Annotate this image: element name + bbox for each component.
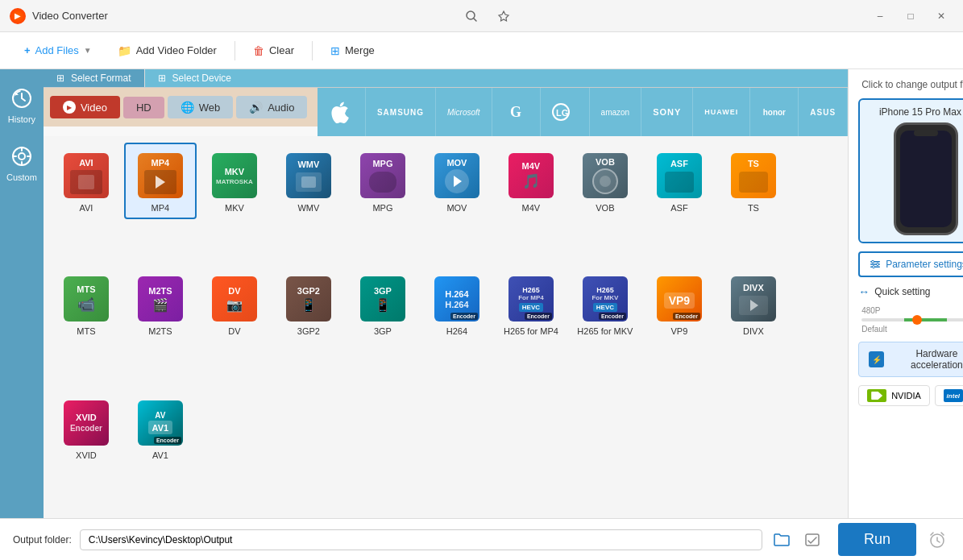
format-grid: AVI AVI MP4 (44, 136, 848, 518)
format-ts[interactable]: TS TS (717, 143, 790, 219)
web-format-button[interactable]: 🌐 Web (168, 96, 234, 118)
h264-label: H264 (446, 326, 467, 336)
output-folder-label: Output folder: (13, 534, 72, 545)
merge-button[interactable]: ⊞ Merge (319, 39, 386, 62)
device-google[interactable]: G (492, 88, 541, 136)
quick-setting-icon: ↔ (858, 285, 870, 298)
quality-slider-container: 480P 1080P Default 720P (858, 306, 963, 334)
device-name: iPhone 15 Pro Max (879, 106, 961, 118)
format-asf[interactable]: ASF ASF (643, 143, 716, 219)
nvidia-button[interactable]: NVIDIA (858, 385, 930, 406)
format-h264[interactable]: H.264 H.264 Encoder H264 (421, 266, 493, 342)
format-device-tabs: ⊞ Select Format ⊞ Select Device (44, 69, 848, 88)
merge-icon: ⊞ (330, 44, 340, 57)
hd-format-button[interactable]: HD (123, 97, 164, 118)
format-xvid[interactable]: XVID Encoder XVID (50, 390, 122, 467)
device-preview[interactable]: iPhone 15 Pro Max ▼ (858, 98, 963, 243)
quality-thumb[interactable] (912, 315, 922, 325)
search-icon[interactable] (462, 6, 481, 26)
format-mp4[interactable]: MP4 MP4 (124, 143, 197, 219)
device-row: SAMSUNG Microsoft G LG amazon (318, 88, 848, 136)
device-apple[interactable] (318, 88, 366, 136)
output-path-input[interactable] (80, 529, 762, 550)
device-huawei[interactable]: HUAWEI (693, 88, 750, 136)
format-mov[interactable]: MOV MOV (421, 143, 493, 219)
app-title: Video Converter (32, 10, 108, 22)
device-honor[interactable]: honor (750, 88, 799, 136)
3gp2-label: 3GP2 (297, 326, 320, 336)
custom-label: Custom (6, 172, 37, 182)
close-button[interactable]: ✕ (929, 8, 953, 24)
format-mkv[interactable]: MKV MATROSKA MKV (198, 143, 271, 219)
format-3gp2[interactable]: 3GP2 📱 3GP2 (272, 266, 345, 342)
quality-track[interactable] (861, 318, 963, 321)
divx-label: DIVX (743, 326, 764, 336)
titlebar: ▶ Video Converter – □ ✕ (0, 0, 963, 32)
device-sony[interactable]: SONY (641, 88, 693, 136)
mkv-icon: MKV MATROSKA (209, 150, 260, 201)
format-dv[interactable]: DV 📷 DV (198, 266, 271, 342)
hw-buttons-row: NVIDIA intel Intel (858, 385, 963, 406)
video-format-button[interactable]: ▶ Video (50, 96, 120, 118)
titlebar-controls[interactable]: – □ ✕ (868, 8, 953, 24)
ts-icon: TS (728, 150, 779, 201)
format-mts[interactable]: MTS 📹 MTS (50, 266, 122, 342)
intel-button[interactable]: intel Intel (935, 385, 963, 406)
format-m4v[interactable]: M4V 🎵 M4V (495, 143, 567, 219)
phone-screen (900, 131, 952, 227)
wmv-icon: WMV (283, 150, 334, 201)
titlebar-left: ▶ Video Converter (10, 8, 108, 24)
clear-button[interactable]: 🗑 Clear (242, 39, 305, 62)
pin-icon[interactable] (494, 6, 513, 26)
clear-label: Clear (269, 44, 294, 56)
device-asus[interactable]: ASUS (799, 88, 848, 136)
mov-label: MOV (446, 203, 467, 213)
avi-icon: AVI (60, 150, 112, 201)
format-vob[interactable]: VOB VOB (569, 143, 641, 219)
phone-notch (914, 130, 938, 136)
run-button[interactable]: Run (838, 523, 916, 556)
audio-format-button[interactable]: 🔊 Audio (236, 96, 307, 118)
device-lg[interactable]: LG (541, 88, 590, 136)
format-type-row: ▶ Video HD 🌐 Web 🔊 Audio (44, 88, 318, 127)
tab-select-format[interactable]: ⊞ Select Format (44, 69, 145, 87)
sidebar: History Custom (0, 69, 44, 518)
format-h265mkv[interactable]: H265 For MKV HEVC Encoder H265 for MKV (569, 266, 641, 342)
svg-text:LG: LG (556, 108, 568, 118)
add-files-dropdown-arrow[interactable]: ▼ (84, 46, 92, 55)
sidebar-item-history[interactable]: History (0, 76, 44, 134)
save-output-button[interactable] (801, 529, 824, 551)
mpg-label: MPG (372, 203, 392, 213)
wmv-label: WMV (297, 203, 319, 213)
format-3gp[interactable]: 3GP 📱 3GP (347, 266, 419, 342)
h264-icon: H.264 H.264 Encoder (431, 273, 483, 325)
format-avi[interactable]: AVI AVI (50, 143, 122, 219)
sidebar-item-custom[interactable]: Custom (0, 134, 44, 192)
hardware-acceleration-button[interactable]: ⚡ Hardware acceleration (858, 342, 963, 377)
parameter-settings-button[interactable]: Parameter settings (858, 251, 963, 277)
alarm-button[interactable] (924, 527, 950, 553)
add-files-button[interactable]: + Add Files ▼ (13, 39, 103, 61)
device-samsung[interactable]: SAMSUNG (366, 88, 436, 136)
xvid-label: XVID (76, 450, 97, 460)
avi-label: AVI (79, 203, 93, 213)
format-m2ts[interactable]: M2TS 🎬 M2TS (124, 266, 197, 342)
format-mpg[interactable]: MPG MPG (347, 143, 419, 219)
minimize-button[interactable]: – (868, 8, 892, 24)
format-divx[interactable]: DIVX DIVX (717, 266, 790, 342)
format-av1[interactable]: AV AV1 Encoder AV1 (124, 390, 197, 467)
controls-row: ▶ Video HD 🌐 Web 🔊 Audio (44, 88, 848, 136)
right-panel: Click to change output format: iPhone 15… (848, 69, 963, 518)
svg-point-16 (877, 263, 879, 266)
m2ts-label: M2TS (148, 326, 172, 336)
browse-folder-button[interactable] (770, 529, 793, 551)
format-wmv[interactable]: WMV WMV (272, 143, 345, 219)
maximize-button[interactable]: □ (899, 8, 923, 24)
tab-select-device[interactable]: ⊞ Select Device (145, 69, 849, 87)
add-files-label: Add Files (35, 44, 79, 56)
device-amazon[interactable]: amazon (590, 88, 642, 136)
format-vp9[interactable]: VP9 Encoder VP9 (643, 266, 716, 342)
device-microsoft[interactable]: Microsoft (436, 88, 492, 136)
format-h265mp4[interactable]: H265 For MP4 HEVC Encoder H265 for MP4 (495, 266, 567, 342)
add-video-folder-button[interactable]: 📁 Add Video Folder (106, 39, 228, 62)
